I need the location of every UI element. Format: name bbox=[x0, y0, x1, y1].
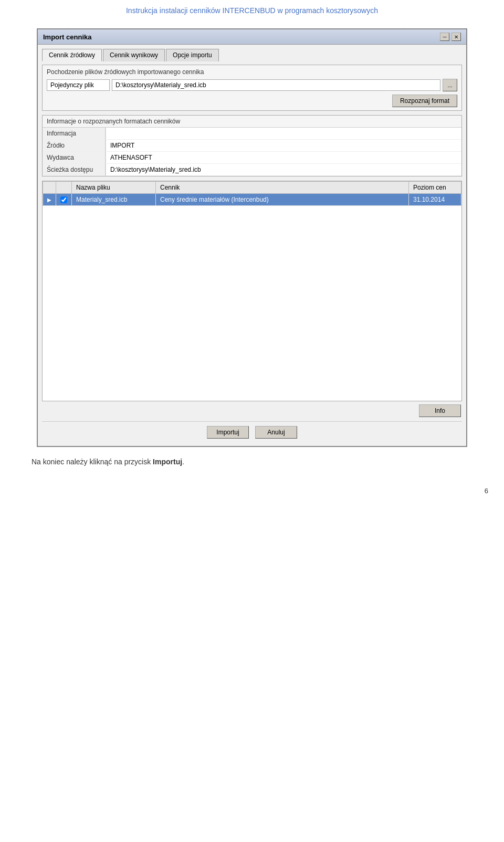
file-path-input[interactable] bbox=[112, 79, 440, 91]
table-header-row: Nazwa pliku Cennik Poziom cen bbox=[43, 182, 461, 194]
table-row[interactable]: ▶ Materialy_sred.icb Ceny średnie materi… bbox=[43, 194, 461, 206]
import-button[interactable]: Importuj bbox=[207, 426, 249, 439]
row-filename: Materialy_sred.icb bbox=[72, 194, 156, 206]
info-label-wydawca: Wydawca bbox=[43, 152, 106, 164]
recognize-btn-row: Rozpoznaj format bbox=[47, 95, 457, 107]
col-header-filename: Nazwa pliku bbox=[72, 182, 156, 194]
row-poziom: 31.10.2014 bbox=[409, 194, 461, 206]
dialog-controls: ─ ✕ bbox=[440, 33, 461, 41]
dialog-title: Import cennika bbox=[43, 33, 91, 41]
info-value-informacja bbox=[106, 128, 461, 140]
page-footer: 6 bbox=[0, 482, 504, 500]
row-cennik: Ceny średnie materiałów (Intercenbud) bbox=[156, 194, 409, 206]
info-label-sciezka: Ścieżka dostępu bbox=[43, 164, 106, 176]
close-button[interactable]: ✕ bbox=[452, 33, 461, 41]
footer-buttons: Importuj Anuluj bbox=[42, 421, 462, 442]
info-value-zrodlo: IMPORT bbox=[106, 140, 461, 152]
info-section-header: Informacje o rozpoznanych formatach cenn… bbox=[43, 116, 461, 128]
row-arrow: ▶ bbox=[43, 194, 56, 206]
page-title-link[interactable]: Instrukcja instalacji cenników INTERCENB… bbox=[126, 6, 378, 15]
file-type-wrapper: Pojedynczy plik bbox=[47, 79, 110, 91]
tab-options[interactable]: Opcje importu bbox=[166, 49, 219, 61]
info-grid: Informacja Źródło IMPORT Wydawca ATHENAS… bbox=[43, 128, 461, 176]
source-section: Pochodzenie plików źródłowych importowan… bbox=[42, 65, 462, 111]
tab-bar: Cennik źródłowy Cennik wynikowy Opcje im… bbox=[42, 49, 462, 61]
info-value-sciezka: D:\kosztorysy\Materialy_sred.icb bbox=[106, 164, 461, 176]
row-checkbox[interactable] bbox=[60, 196, 67, 203]
info-label-zrodlo: Źródło bbox=[43, 140, 106, 152]
source-section-label: Pochodzenie plików źródłowych importowan… bbox=[47, 68, 457, 76]
dialog-titlebar: Import cennika ─ ✕ bbox=[38, 29, 466, 45]
dialog-content: Cennik źródłowy Cennik wynikowy Opcje im… bbox=[38, 45, 466, 446]
body-text-prefix: Na koniec należy kliknąć na przycisk bbox=[32, 458, 153, 466]
info-label-informacja: Informacja bbox=[43, 128, 106, 140]
row-checkbox-cell[interactable] bbox=[56, 194, 72, 206]
files-table: Nazwa pliku Cennik Poziom cen ▶ bbox=[43, 181, 461, 206]
info-btn-row: Info bbox=[42, 404, 462, 417]
info-button[interactable]: Info bbox=[419, 404, 461, 417]
info-value-wydawca: ATHENASOFT bbox=[106, 152, 461, 164]
col-header-cennik: Cennik bbox=[156, 182, 409, 194]
body-text-suffix: . bbox=[182, 458, 184, 466]
col-header-arrow bbox=[43, 182, 56, 194]
browse-button[interactable]: ... bbox=[443, 79, 457, 91]
table-area: Nazwa pliku Cennik Poziom cen ▶ bbox=[42, 181, 462, 401]
info-section: Informacje o rozpoznanych formatach cenn… bbox=[42, 115, 462, 176]
page-title: Instrukcja instalacji cenników INTERCENB… bbox=[126, 7, 378, 15]
page-number: 6 bbox=[485, 487, 488, 495]
cancel-button[interactable]: Anuluj bbox=[255, 426, 297, 439]
col-header-check bbox=[56, 182, 72, 194]
file-row: Pojedynczy plik ... bbox=[47, 79, 457, 91]
body-text: Na koniec należy kliknąć na przycisk Imp… bbox=[16, 458, 488, 466]
import-dialog: Import cennika ─ ✕ Cennik źródłowy Cenni… bbox=[37, 28, 467, 447]
minimize-button[interactable]: ─ bbox=[440, 33, 449, 41]
body-text-bold: Importuj bbox=[153, 458, 182, 466]
col-header-poziom: Poziom cen bbox=[409, 182, 461, 194]
file-type-select[interactable]: Pojedynczy plik bbox=[47, 79, 110, 91]
tab-result[interactable]: Cennik wynikowy bbox=[103, 49, 165, 61]
recognize-format-button[interactable]: Rozpoznaj format bbox=[392, 95, 457, 107]
tab-source[interactable]: Cennik źródłowy bbox=[42, 49, 102, 61]
